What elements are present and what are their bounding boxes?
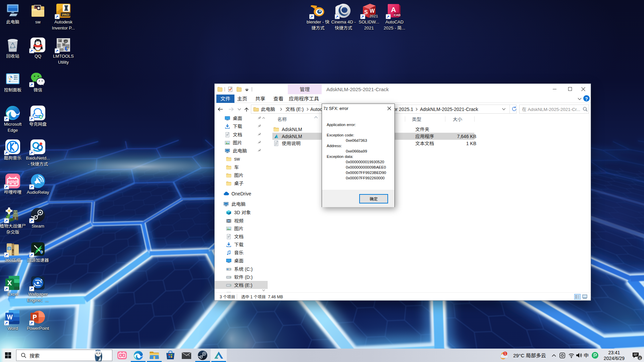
svg-text:1: 1 bbox=[504, 352, 506, 356]
svg-text:CAD: CAD bbox=[394, 13, 400, 17]
svg-text:PRO: PRO bbox=[62, 13, 69, 16]
svg-text:ZIP: ZIP bbox=[8, 248, 10, 250]
svg-text:A: A bbox=[391, 6, 396, 13]
svg-text:2021: 2021 bbox=[369, 14, 378, 18]
svg-text:bilibili: bilibili bbox=[8, 180, 18, 184]
svg-text:W: W bbox=[370, 8, 375, 14]
